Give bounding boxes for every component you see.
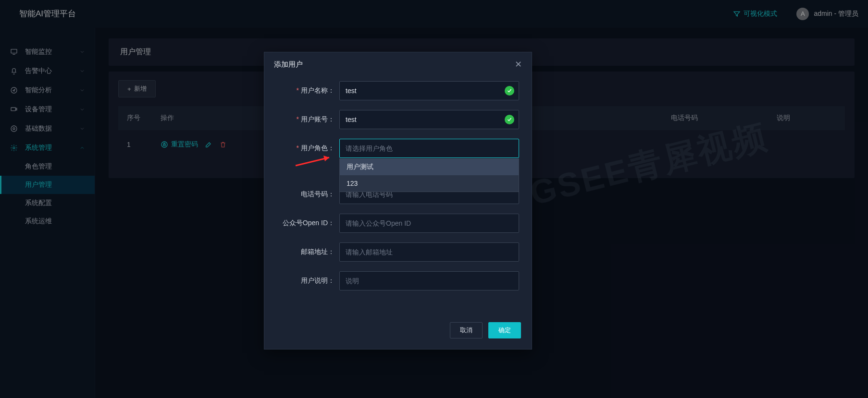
role-option[interactable]: 用户测试 bbox=[340, 159, 519, 175]
label-email: 邮箱地址： bbox=[277, 248, 339, 256]
desc-input[interactable] bbox=[339, 271, 519, 290]
add-user-modal: 添加用户 ✕ 用户名称： 用户账号： 用户角色： 用户测试 123 bbox=[264, 52, 532, 350]
label-phone: 电话号码： bbox=[277, 190, 339, 199]
label-username: 用户名称： bbox=[277, 86, 339, 95]
check-icon bbox=[505, 86, 514, 96]
modal-header: 添加用户 ✕ bbox=[264, 52, 532, 76]
email-input[interactable] bbox=[339, 242, 519, 262]
role-option[interactable]: 123 bbox=[340, 175, 519, 192]
label-desc: 用户说明： bbox=[277, 277, 339, 285]
label-openid: 公众号Open ID： bbox=[277, 219, 339, 228]
label-account: 用户账号： bbox=[277, 115, 339, 124]
cancel-button[interactable]: 取消 bbox=[450, 322, 483, 338]
role-dropdown: 用户测试 123 bbox=[339, 158, 519, 192]
username-input[interactable] bbox=[339, 81, 519, 100]
check-icon bbox=[505, 115, 514, 124]
ok-button[interactable]: 确定 bbox=[488, 322, 521, 338]
modal-title: 添加用户 bbox=[274, 60, 303, 69]
role-select[interactable] bbox=[339, 139, 519, 158]
openid-input[interactable] bbox=[339, 214, 519, 233]
label-role: 用户角色： bbox=[277, 144, 339, 153]
account-input[interactable] bbox=[339, 110, 519, 129]
close-icon[interactable]: ✕ bbox=[515, 59, 522, 70]
